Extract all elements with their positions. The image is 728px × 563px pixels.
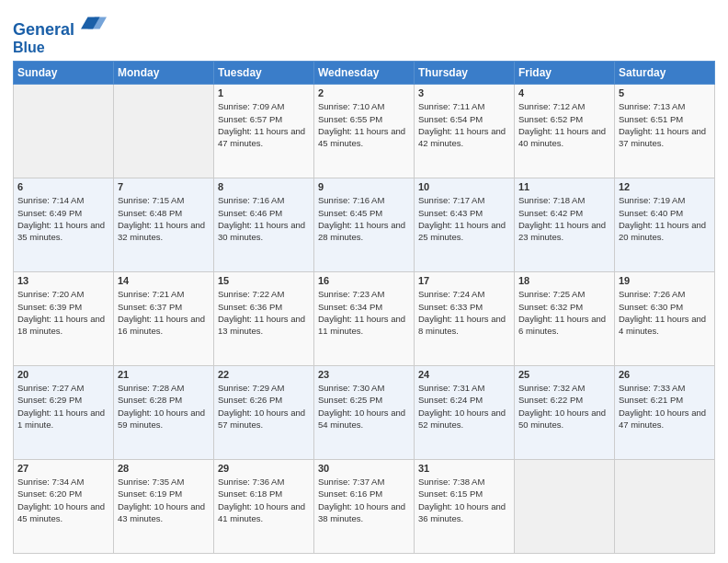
day-info: Sunrise: 7:38 AM Sunset: 6:15 PM Dayligh… bbox=[418, 476, 510, 524]
day-info: Sunrise: 7:30 AM Sunset: 6:25 PM Dayligh… bbox=[318, 382, 410, 431]
calendar-cell: 22Sunrise: 7:29 AM Sunset: 6:26 PM Dayli… bbox=[214, 366, 314, 460]
day-info: Sunrise: 7:15 AM Sunset: 6:48 PM Dayligh… bbox=[118, 194, 210, 243]
day-number: 10 bbox=[418, 181, 510, 192]
day-number: 30 bbox=[318, 463, 410, 474]
weekday-header-saturday: Saturday bbox=[615, 62, 715, 85]
calendar-cell bbox=[515, 460, 615, 554]
calendar-cell bbox=[14, 85, 114, 178]
weekday-header-thursday: Thursday bbox=[415, 62, 515, 85]
day-info: Sunrise: 7:28 AM Sunset: 6:28 PM Dayligh… bbox=[118, 382, 210, 431]
day-number: 9 bbox=[318, 181, 410, 192]
day-info: Sunrise: 7:33 AM Sunset: 6:21 PM Dayligh… bbox=[619, 382, 711, 431]
day-info: Sunrise: 7:27 AM Sunset: 6:29 PM Dayligh… bbox=[17, 382, 109, 431]
day-number: 14 bbox=[118, 275, 210, 286]
day-info: Sunrise: 7:25 AM Sunset: 6:32 PM Dayligh… bbox=[518, 288, 610, 337]
day-number: 26 bbox=[619, 369, 711, 380]
calendar-cell: 26Sunrise: 7:33 AM Sunset: 6:21 PM Dayli… bbox=[615, 366, 715, 460]
weekday-header-friday: Friday bbox=[515, 62, 615, 85]
header: General Blue bbox=[13, 9, 715, 55]
day-info: Sunrise: 7:29 AM Sunset: 6:26 PM Dayligh… bbox=[218, 382, 310, 431]
week-row-2: 13Sunrise: 7:20 AM Sunset: 6:39 PM Dayli… bbox=[14, 272, 715, 366]
calendar-cell: 2Sunrise: 7:10 AM Sunset: 6:55 PM Daylig… bbox=[314, 85, 415, 178]
calendar-cell: 28Sunrise: 7:35 AM Sunset: 6:19 PM Dayli… bbox=[114, 460, 214, 554]
day-info: Sunrise: 7:34 AM Sunset: 6:20 PM Dayligh… bbox=[17, 476, 109, 524]
day-info: Sunrise: 7:22 AM Sunset: 6:36 PM Dayligh… bbox=[218, 288, 310, 337]
day-number: 23 bbox=[318, 369, 410, 380]
calendar-cell: 20Sunrise: 7:27 AM Sunset: 6:29 PM Dayli… bbox=[14, 366, 114, 460]
day-number: 21 bbox=[118, 369, 210, 380]
day-info: Sunrise: 7:12 AM Sunset: 6:52 PM Dayligh… bbox=[518, 100, 610, 149]
day-info: Sunrise: 7:14 AM Sunset: 6:49 PM Dayligh… bbox=[17, 194, 109, 243]
day-number: 22 bbox=[218, 369, 310, 380]
logo: General Blue bbox=[13, 9, 107, 55]
day-info: Sunrise: 7:35 AM Sunset: 6:19 PM Dayligh… bbox=[118, 476, 210, 524]
weekday-header-monday: Monday bbox=[114, 62, 214, 85]
calendar-cell: 18Sunrise: 7:25 AM Sunset: 6:32 PM Dayli… bbox=[515, 272, 615, 366]
calendar-cell: 3Sunrise: 7:11 AM Sunset: 6:54 PM Daylig… bbox=[415, 85, 515, 178]
calendar-cell: 17Sunrise: 7:24 AM Sunset: 6:33 PM Dayli… bbox=[415, 272, 515, 366]
calendar-cell bbox=[114, 85, 214, 178]
week-row-1: 6Sunrise: 7:14 AM Sunset: 6:49 PM Daylig… bbox=[14, 178, 715, 272]
day-number: 4 bbox=[518, 87, 610, 98]
day-number: 29 bbox=[218, 463, 310, 474]
page: General Blue SundayMondayTuesdayWednesda… bbox=[0, 0, 728, 563]
logo-general: General bbox=[13, 20, 74, 39]
day-info: Sunrise: 7:32 AM Sunset: 6:22 PM Dayligh… bbox=[518, 382, 610, 431]
day-info: Sunrise: 7:31 AM Sunset: 6:24 PM Dayligh… bbox=[418, 382, 510, 431]
day-number: 15 bbox=[218, 275, 310, 286]
calendar-cell: 23Sunrise: 7:30 AM Sunset: 6:25 PM Dayli… bbox=[314, 366, 415, 460]
day-number: 17 bbox=[418, 275, 510, 286]
logo-text: General bbox=[13, 9, 107, 40]
week-row-3: 20Sunrise: 7:27 AM Sunset: 6:29 PM Dayli… bbox=[14, 366, 715, 460]
weekday-header-tuesday: Tuesday bbox=[214, 62, 314, 85]
day-info: Sunrise: 7:24 AM Sunset: 6:33 PM Dayligh… bbox=[418, 288, 510, 337]
day-info: Sunrise: 7:19 AM Sunset: 6:40 PM Dayligh… bbox=[619, 194, 711, 243]
calendar-cell: 1Sunrise: 7:09 AM Sunset: 6:57 PM Daylig… bbox=[214, 85, 314, 178]
logo-blue: Blue bbox=[13, 40, 107, 56]
day-number: 25 bbox=[518, 369, 610, 380]
day-number: 5 bbox=[619, 87, 711, 98]
calendar-cell: 5Sunrise: 7:13 AM Sunset: 6:51 PM Daylig… bbox=[615, 85, 715, 178]
day-info: Sunrise: 7:17 AM Sunset: 6:43 PM Dayligh… bbox=[418, 194, 510, 243]
calendar: SundayMondayTuesdayWednesdayThursdayFrid… bbox=[13, 61, 715, 554]
day-number: 3 bbox=[418, 87, 510, 98]
day-number: 16 bbox=[318, 275, 410, 286]
day-number: 12 bbox=[619, 181, 711, 192]
calendar-cell: 11Sunrise: 7:18 AM Sunset: 6:42 PM Dayli… bbox=[515, 178, 615, 272]
calendar-cell: 16Sunrise: 7:23 AM Sunset: 6:34 PM Dayli… bbox=[314, 272, 415, 366]
day-number: 8 bbox=[218, 181, 310, 192]
calendar-cell: 9Sunrise: 7:16 AM Sunset: 6:45 PM Daylig… bbox=[314, 178, 415, 272]
calendar-cell: 14Sunrise: 7:21 AM Sunset: 6:37 PM Dayli… bbox=[114, 272, 214, 366]
calendar-cell: 24Sunrise: 7:31 AM Sunset: 6:24 PM Dayli… bbox=[415, 366, 515, 460]
day-number: 28 bbox=[118, 463, 210, 474]
calendar-cell: 21Sunrise: 7:28 AM Sunset: 6:28 PM Dayli… bbox=[114, 366, 214, 460]
day-info: Sunrise: 7:13 AM Sunset: 6:51 PM Dayligh… bbox=[619, 100, 711, 149]
day-number: 19 bbox=[619, 275, 711, 286]
day-info: Sunrise: 7:16 AM Sunset: 6:46 PM Dayligh… bbox=[218, 194, 310, 243]
calendar-cell: 6Sunrise: 7:14 AM Sunset: 6:49 PM Daylig… bbox=[14, 178, 114, 272]
day-number: 7 bbox=[118, 181, 210, 192]
calendar-cell: 10Sunrise: 7:17 AM Sunset: 6:43 PM Dayli… bbox=[415, 178, 515, 272]
day-number: 13 bbox=[17, 275, 109, 286]
calendar-cell: 12Sunrise: 7:19 AM Sunset: 6:40 PM Dayli… bbox=[615, 178, 715, 272]
day-info: Sunrise: 7:37 AM Sunset: 6:16 PM Dayligh… bbox=[318, 476, 410, 524]
day-number: 27 bbox=[17, 463, 109, 474]
day-info: Sunrise: 7:26 AM Sunset: 6:30 PM Dayligh… bbox=[619, 288, 711, 337]
weekday-header-row: SundayMondayTuesdayWednesdayThursdayFrid… bbox=[14, 62, 715, 85]
calendar-cell: 19Sunrise: 7:26 AM Sunset: 6:30 PM Dayli… bbox=[615, 272, 715, 366]
day-info: Sunrise: 7:10 AM Sunset: 6:55 PM Dayligh… bbox=[318, 100, 410, 149]
day-number: 2 bbox=[318, 87, 410, 98]
day-info: Sunrise: 7:20 AM Sunset: 6:39 PM Dayligh… bbox=[17, 288, 109, 337]
calendar-cell bbox=[615, 460, 715, 554]
calendar-cell: 8Sunrise: 7:16 AM Sunset: 6:46 PM Daylig… bbox=[214, 178, 314, 272]
calendar-cell: 25Sunrise: 7:32 AM Sunset: 6:22 PM Dayli… bbox=[515, 366, 615, 460]
day-info: Sunrise: 7:36 AM Sunset: 6:18 PM Dayligh… bbox=[218, 476, 310, 524]
calendar-cell: 4Sunrise: 7:12 AM Sunset: 6:52 PM Daylig… bbox=[515, 85, 615, 178]
calendar-cell: 29Sunrise: 7:36 AM Sunset: 6:18 PM Dayli… bbox=[214, 460, 314, 554]
day-number: 18 bbox=[518, 275, 610, 286]
calendar-cell: 27Sunrise: 7:34 AM Sunset: 6:20 PM Dayli… bbox=[14, 460, 114, 554]
day-info: Sunrise: 7:18 AM Sunset: 6:42 PM Dayligh… bbox=[518, 194, 610, 243]
week-row-0: 1Sunrise: 7:09 AM Sunset: 6:57 PM Daylig… bbox=[14, 85, 715, 178]
calendar-cell: 13Sunrise: 7:20 AM Sunset: 6:39 PM Dayli… bbox=[14, 272, 114, 366]
day-number: 20 bbox=[17, 369, 109, 380]
